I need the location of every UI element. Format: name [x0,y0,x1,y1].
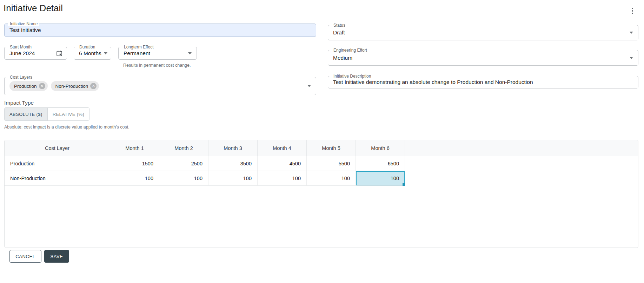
duration-value: 6 Months [79,47,101,59]
cell-non-production-month-2[interactable]: 100 [159,171,208,186]
column-header-filler [405,140,638,156]
column-header-month-6: Month 6 [356,140,405,156]
column-header-month-5: Month 5 [307,140,356,156]
table-header-row: Cost Layer Month 1 Month 2 Month 3 Month… [5,140,638,156]
calendar-icon[interactable] [56,50,63,58]
save-button[interactable]: SAVE [44,250,69,263]
cell-production-month-4[interactable]: 4500 [258,156,307,171]
impact-type-helper-text: Absolute: cost impact is a discrete valu… [4,125,130,130]
initiative-name-input[interactable] [5,24,316,37]
cell-non-production-month-6-selected[interactable]: 100 [356,171,405,186]
duration-select[interactable]: Duration 6 Months [74,47,111,60]
status-select[interactable]: Status Draft [328,25,638,40]
cell-production-month-3[interactable]: 3500 [208,156,258,171]
initiative-detail-page: Initiative Detail Initiative Name Status… [0,0,644,283]
cell-non-production-month-3[interactable]: 100 [208,171,258,186]
chevron-down-icon [104,52,107,54]
chip-remove-icon[interactable]: ✕ [90,83,97,89]
chip-production: Production ✕ [9,81,48,91]
cell-production-month-6[interactable]: 6500 [356,156,405,171]
column-header-cost-layer: Cost Layer [5,140,110,156]
cell-production-month-1[interactable]: 1500 [110,156,159,171]
cell-production-month-2[interactable]: 2500 [159,156,208,171]
engineering-effort-select[interactable]: Engineering Effort Medium [328,50,638,66]
cell-non-production-month-5[interactable]: 100 [307,171,356,186]
longterm-effect-select[interactable]: Longterm Effect Permanent [118,47,197,60]
column-header-month-4: Month 4 [258,140,307,156]
cost-impact-table: Cost Layer Month 1 Month 2 Month 3 Month… [4,140,638,248]
row-filler [405,171,638,186]
row-filler [405,156,638,171]
table-row-production: Production 1500 2500 3500 4500 5500 6500 [5,156,638,171]
chevron-down-icon [307,85,311,87]
longterm-effect-value: Permanent [124,47,150,59]
impact-type-relative-button[interactable]: RELATIVE (%) [48,108,89,120]
column-header-month-2: Month 2 [159,140,208,156]
initiative-description-input[interactable] [328,76,638,88]
cost-layers-multiselect[interactable]: Cost Layers Production ✕ Non-Production … [4,77,316,95]
chevron-down-icon [630,57,633,59]
chip-production-label: Production [14,84,37,89]
engineering-effort-value: Medium [333,50,352,65]
row-label-non-production: Non-Production [5,171,110,186]
cost-layers-chips: Production ✕ Non-Production ✕ [9,77,99,95]
impact-type-absolute-button[interactable]: ABSOLUTE ($) [5,108,48,120]
more-options-button[interactable] [628,6,637,16]
initiative-name-field[interactable]: Initiative Name [4,24,316,37]
cell-non-production-month-4[interactable]: 100 [258,171,307,186]
column-header-month-1: Month 1 [110,140,159,156]
cancel-button[interactable]: CANCEL [9,250,41,263]
row-label-production: Production [5,156,110,171]
initiative-description-field[interactable]: Initiative Description [328,76,638,88]
start-month-value: June 2024 [9,47,35,59]
chip-remove-icon[interactable]: ✕ [39,83,45,89]
chevron-down-icon [188,52,192,54]
longterm-effect-helper-text: Results in permanent cost change. [123,63,191,68]
chip-non-production-label: Non-Production [55,84,88,89]
chip-non-production: Non-Production ✕ [51,81,99,91]
table-row-non-production: Non-Production 100 100 100 100 100 100 [5,171,638,186]
chevron-down-icon [630,32,633,34]
impact-type-toggle: ABSOLUTE ($) RELATIVE (%) [4,107,89,121]
column-header-month-3: Month 3 [208,140,258,156]
start-month-field[interactable]: Start Month June 2024 [4,47,67,60]
page-title: Initiative Detail [4,3,63,14]
bottom-divider [0,281,644,281]
cell-production-month-5[interactable]: 5500 [307,156,356,171]
cell-non-production-month-1[interactable]: 100 [110,171,159,186]
impact-type-label: Impact Type [4,100,34,106]
status-value: Draft [333,25,345,40]
